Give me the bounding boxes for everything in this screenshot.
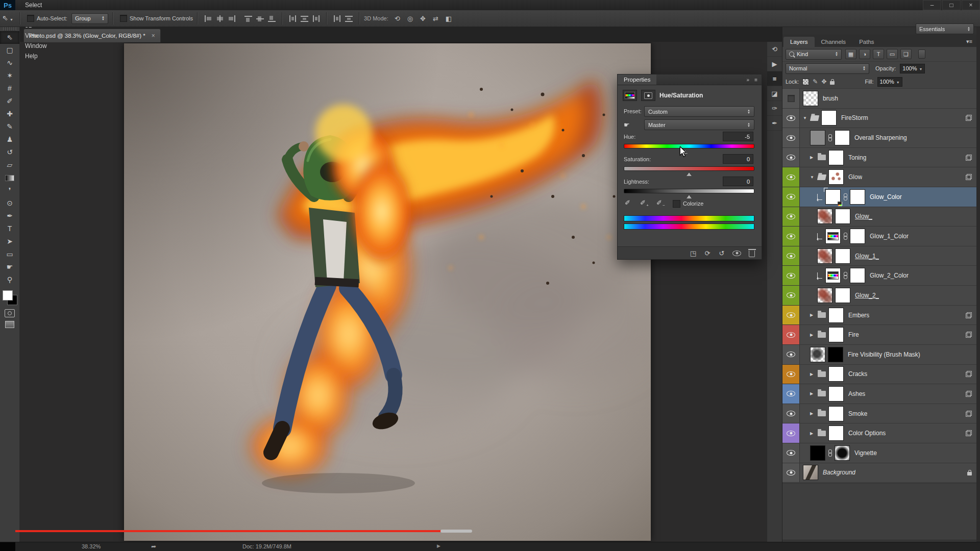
- document-canvas[interactable]: [124, 43, 651, 541]
- quick-mask-button[interactable]: [0, 308, 19, 319]
- layer-row-vignette[interactable]: Vignette: [782, 443, 976, 463]
- saturation-slider[interactable]: [624, 166, 754, 171]
- layer-name[interactable]: Vignette: [852, 449, 877, 457]
- share-icon[interactable]: ➦: [151, 543, 156, 550]
- visibility-toggle[interactable]: [782, 207, 800, 227]
- properties-tab[interactable]: Properties: [618, 74, 656, 85]
- layer-name[interactable]: Glow_2_Color: [868, 272, 909, 279]
- 3d-rotate-icon[interactable]: ⟲: [395, 15, 400, 22]
- visibility-toggle[interactable]: [782, 266, 800, 285]
- filter-shape-icon[interactable]: ▭: [887, 49, 898, 59]
- layer-thumbnail[interactable]: [828, 366, 844, 382]
- actions-panel-button[interactable]: ▶: [767, 57, 782, 71]
- type-tool[interactable]: T: [0, 222, 19, 235]
- layer-row-toning[interactable]: ▶Toning: [782, 148, 976, 168]
- align-right-icon[interactable]: [227, 15, 236, 22]
- toggle-last-state-button[interactable]: ⟳: [704, 249, 711, 257]
- layer-thumbnail[interactable]: [828, 150, 844, 165]
- auto-align-icon[interactable]: [333, 15, 341, 22]
- 3d-roll-icon[interactable]: ◎: [407, 15, 413, 22]
- layer-row-fire[interactable]: ▶Fire: [782, 325, 976, 345]
- layer-name[interactable]: Smoke: [846, 410, 867, 417]
- clone-source-panel-button[interactable]: ✒: [767, 116, 782, 131]
- lasso-tool[interactable]: ∿: [0, 57, 19, 69]
- layer-name[interactable]: Background: [821, 469, 855, 476]
- menu-select[interactable]: Select: [19, 0, 53, 10]
- clone-stamp-tool[interactable]: ♟: [0, 133, 19, 146]
- layer-name[interactable]: Toning: [846, 154, 866, 161]
- lightness-slider-thumb[interactable]: [687, 192, 692, 198]
- layer-thumbnail[interactable]: [817, 209, 832, 224]
- path-select-tool[interactable]: ➤: [0, 235, 19, 248]
- layer-row-glow-1-color[interactable]: Glow_1_Color: [782, 227, 976, 246]
- 3d-slide-icon[interactable]: ⇄: [433, 15, 438, 22]
- layer-row-smoke[interactable]: ▶Smoke: [782, 404, 976, 424]
- screen-mode-button[interactable]: [0, 319, 19, 330]
- visibility-toggle[interactable]: [782, 443, 800, 463]
- visibility-toggle[interactable]: [782, 345, 800, 364]
- visibility-toggle[interactable]: [782, 89, 800, 108]
- layer-thumbnail[interactable]: [828, 169, 844, 185]
- align-middle-icon[interactable]: [256, 15, 264, 22]
- filter-pixel-icon[interactable]: ▦: [845, 49, 856, 59]
- visibility-toggle[interactable]: [782, 423, 800, 443]
- layer-mask-thumbnail[interactable]: [835, 130, 850, 145]
- layer-thumbnail[interactable]: [810, 130, 825, 145]
- distribute-horizontal-icon[interactable]: [288, 15, 297, 22]
- eyedropper-tool[interactable]: ✐: [0, 95, 19, 108]
- layer-row-embers[interactable]: ▶Embers: [782, 306, 976, 325]
- targeted-adjustment-icon[interactable]: ☛: [624, 121, 630, 129]
- visibility-toggle[interactable]: [782, 246, 800, 266]
- fill-value[interactable]: 100%: [877, 77, 902, 87]
- layer-row-glow-1[interactable]: Glow_1_: [782, 246, 976, 266]
- visibility-toggle[interactable]: [782, 187, 800, 207]
- healing-brush-tool[interactable]: ✚: [0, 108, 19, 120]
- align-top-icon[interactable]: [244, 15, 253, 22]
- panel-menu-icon[interactable]: ≡: [754, 77, 757, 83]
- layer-row-glow-2[interactable]: Glow_2_: [782, 286, 976, 306]
- zoom-level[interactable]: 38.32%: [82, 543, 101, 549]
- collapse-panel-icon[interactable]: »: [747, 77, 750, 83]
- layer-thumbnail[interactable]: [825, 268, 841, 283]
- show-transform-checkbox[interactable]: [120, 15, 127, 22]
- distribute-vertical-icon[interactable]: [300, 15, 309, 22]
- hue-slider[interactable]: [624, 144, 754, 148]
- expander-icon[interactable]: ▼: [803, 116, 808, 120]
- visibility-toggle[interactable]: [782, 148, 800, 167]
- auto-select-checkbox[interactable]: [27, 15, 34, 22]
- expander-icon[interactable]: ▶: [810, 391, 815, 396]
- menu-window[interactable]: Window: [19, 41, 53, 51]
- toolbar-grip[interactable]: [3, 27, 16, 31]
- layer-thumbnail[interactable]: [803, 465, 818, 480]
- pen-tool[interactable]: ✒: [0, 210, 19, 222]
- visibility-toggle[interactable]: [782, 463, 800, 483]
- close-button[interactable]: ×: [962, 0, 980, 10]
- lock-all-icon[interactable]: [830, 81, 835, 85]
- layer-name[interactable]: Overall Sharpening: [852, 134, 907, 141]
- visibility-toggle[interactable]: [782, 109, 800, 128]
- 3d-scale-icon[interactable]: ◧: [446, 15, 452, 22]
- layer-thumbnail[interactable]: [828, 406, 844, 421]
- dodge-tool[interactable]: ⊙: [0, 197, 19, 210]
- eyedropper-add-icon[interactable]: ✐+: [640, 199, 646, 207]
- filter-adjustment-icon[interactable]: ◑: [859, 49, 870, 59]
- tab-channels[interactable]: Channels: [815, 37, 853, 47]
- saturation-slider-thumb[interactable]: [687, 170, 692, 176]
- lightness-value[interactable]: 0: [723, 177, 753, 186]
- zoom-tool[interactable]: ⚲: [0, 273, 19, 286]
- video-progress-handle[interactable]: [440, 530, 472, 533]
- expander-icon[interactable]: ▶: [810, 155, 815, 160]
- visibility-button[interactable]: [732, 251, 741, 256]
- layer-mask-thumbnail[interactable]: [850, 229, 865, 244]
- visibility-toggle[interactable]: [782, 404, 800, 423]
- magic-wand-tool[interactable]: ✶: [0, 69, 19, 82]
- expander-icon[interactable]: ▶: [810, 333, 815, 337]
- visibility-toggle[interactable]: [782, 365, 800, 384]
- eyedropper-sample-icon[interactable]: ✐: [625, 199, 630, 207]
- blend-mode-dropdown[interactable]: Normal: [786, 63, 869, 74]
- shape-tool[interactable]: ▭: [0, 248, 19, 261]
- brush-panel-button[interactable]: ✑: [767, 101, 782, 116]
- layer-name[interactable]: Ashes: [846, 390, 865, 397]
- layer-thumbnail[interactable]: [810, 445, 825, 461]
- filter-smart-object-icon[interactable]: ❏: [900, 49, 912, 59]
